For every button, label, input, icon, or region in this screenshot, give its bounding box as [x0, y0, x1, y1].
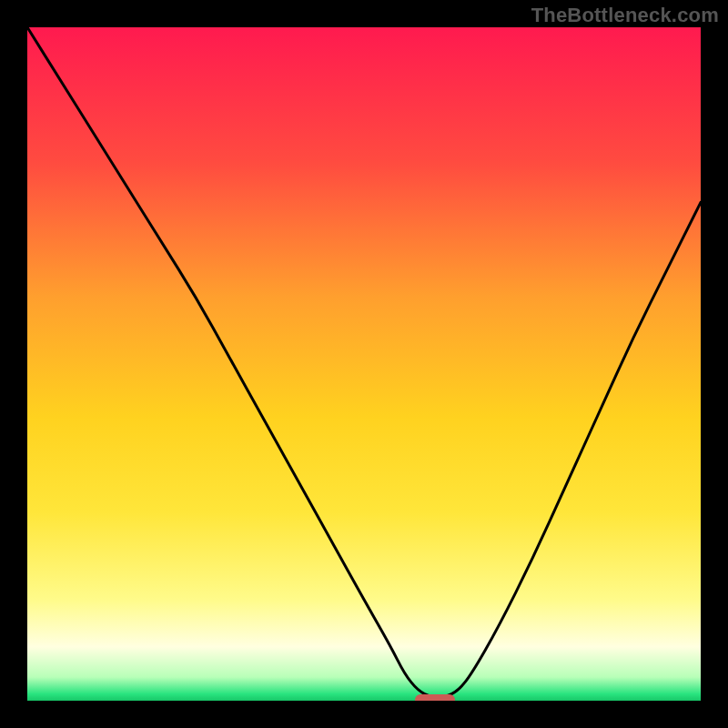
plot-svg [27, 27, 701, 701]
watermark-text: TheBottleneck.com [531, 4, 719, 27]
plot-area [27, 27, 701, 701]
optimal-range-marker [415, 694, 455, 701]
chart-frame: TheBottleneck.com [0, 0, 728, 728]
